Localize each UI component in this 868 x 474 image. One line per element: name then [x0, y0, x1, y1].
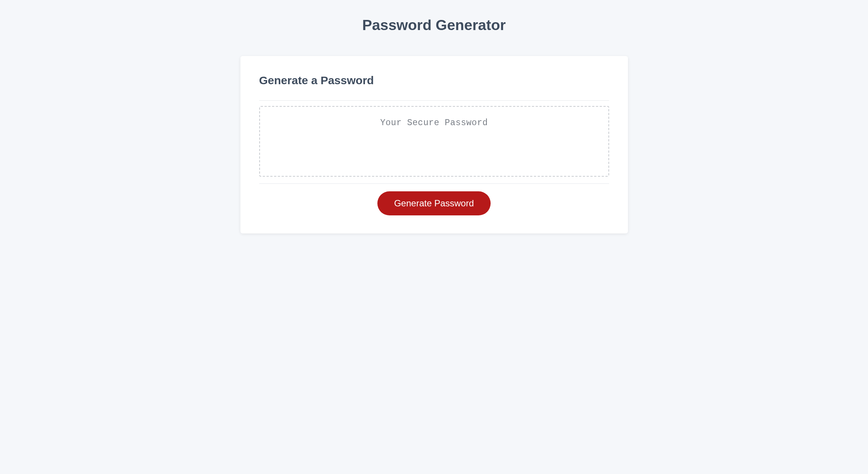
- main-container: Password Generator Generate a Password Y…: [240, 17, 628, 233]
- password-output-area: Your Secure Password: [259, 106, 609, 177]
- generator-card: Generate a Password Your Secure Password…: [240, 56, 628, 233]
- password-output-placeholder: Your Secure Password: [380, 118, 488, 128]
- generate-password-button[interactable]: Generate Password: [377, 191, 490, 215]
- divider-top: [259, 100, 609, 101]
- button-row: Generate Password: [259, 184, 609, 215]
- card-heading: Generate a Password: [259, 74, 609, 87]
- page-title: Password Generator: [240, 17, 628, 33]
